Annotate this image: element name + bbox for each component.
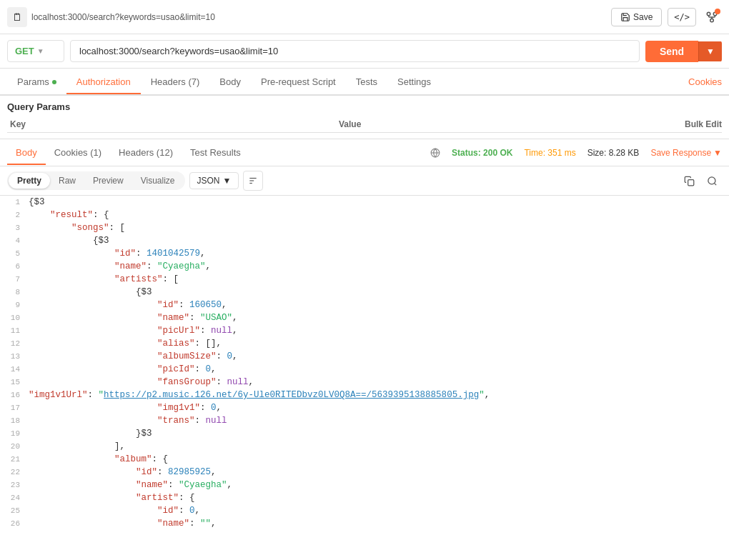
line-number: 11	[0, 324, 29, 337]
line-number: 4	[0, 234, 29, 247]
resp-tab-body[interactable]: Body	[7, 141, 46, 165]
params-header: Key Value Bulk Edit	[7, 116, 722, 133]
format-arrow-icon: ▼	[223, 176, 232, 186]
tab-tests-label: Tests	[356, 76, 377, 87]
table-row: 24 "artist": {	[0, 491, 729, 504]
url-input[interactable]	[70, 40, 640, 62]
line-content: "id": 0,	[29, 504, 729, 517]
send-button[interactable]: Send	[645, 41, 698, 62]
table-row: 2 "result": {	[0, 209, 729, 221]
line-content: "img1v1": 0,	[29, 401, 729, 414]
line-content: "name": "",	[29, 517, 729, 530]
save-response-button[interactable]: Save Response ▼	[650, 148, 722, 158]
status-code: Status: 200 OK	[452, 148, 512, 158]
resp-tab-test-results-label: Test Results	[190, 147, 241, 158]
code-view[interactable]: 1{$32 "result": {3 "songs": [4 {$35 "id"…	[0, 196, 729, 546]
search-icon	[707, 176, 718, 186]
filter-button[interactable]	[243, 171, 263, 191]
line-content: "artist": {	[29, 491, 729, 504]
table-row: 4 {$3	[0, 234, 729, 247]
tab-body-label: Body	[219, 76, 241, 87]
view-btn-group: Pretty Raw Preview Visualize	[7, 171, 185, 190]
tab-settings[interactable]: Settings	[387, 71, 441, 93]
app-logo: 🗒 localhost:3000/search?keywords=usao&li…	[7, 7, 215, 27]
tab-params[interactable]: Params	[7, 71, 66, 93]
response-tabs: Body Cookies (1) Headers (12) Test Resul…	[0, 139, 729, 166]
line-number: 20	[0, 440, 29, 453]
request-bar: GET ▼ Send ▼	[0, 34, 729, 69]
cookies-button[interactable]: Cookies	[688, 76, 722, 87]
code-button[interactable]: </>	[668, 8, 696, 26]
resp-tab-test-results[interactable]: Test Results	[182, 141, 249, 164]
line-number: 18	[0, 414, 29, 427]
line-content: {$3	[29, 286, 729, 299]
save-icon	[620, 12, 630, 22]
table-row: 11 "picUrl": null,	[0, 324, 729, 337]
line-content: "img1v1Url": "https://p2.music.126.net/6…	[29, 389, 729, 401]
search-button[interactable]	[702, 171, 722, 191]
table-row: 6 "name": "Cyaegha",	[0, 260, 729, 273]
table-row: 5 "id": 1401042579,	[0, 247, 729, 260]
format-selector[interactable]: JSON ▼	[189, 172, 239, 189]
tab-prerequest[interactable]: Pre-request Script	[251, 71, 346, 93]
line-number: 16	[0, 389, 29, 401]
resp-tab-headers[interactable]: Headers (12)	[110, 141, 182, 164]
line-number: 19	[0, 427, 29, 440]
table-row: 26 "name": "",	[0, 517, 729, 530]
line-content: "result": {	[29, 209, 729, 221]
tab-params-label: Params	[17, 76, 49, 87]
line-content: "picUrl": null,	[29, 324, 729, 337]
tab-tests[interactable]: Tests	[346, 71, 387, 93]
save-response-chevron: ▼	[713, 148, 722, 158]
line-number: 5	[0, 247, 29, 260]
line-number: 8	[0, 286, 29, 299]
line-number: 21	[0, 453, 29, 466]
tab-authorization[interactable]: Authorization	[66, 71, 141, 94]
save-response-label: Save Response	[650, 148, 711, 158]
request-tabs: Params Authorization Headers (7) Body Pr…	[0, 69, 729, 96]
line-number: 1	[0, 196, 29, 209]
line-content: "name": "Cyaegha",	[29, 479, 729, 491]
table-row: 21 "album": {	[0, 453, 729, 466]
response-status-bar: Status: 200 OK Time: 351 ms Size: 8.28 K…	[430, 148, 722, 158]
svg-line-11	[714, 183, 716, 185]
line-number: 9	[0, 299, 29, 311]
table-row: 1{$3	[0, 196, 729, 209]
table-row: 15 "fansGroup": null,	[0, 376, 729, 389]
save-button[interactable]: Save	[611, 8, 662, 26]
col-bulk-header[interactable]: Bulk Edit	[665, 119, 722, 129]
logo-icon: 🗒	[7, 7, 27, 27]
line-content: "id": 82985925,	[29, 466, 729, 479]
fork-notification-dot	[715, 9, 720, 14]
top-bar: 🗒 localhost:3000/search?keywords=usao&li…	[0, 0, 729, 34]
tab-headers[interactable]: Headers (7)	[141, 71, 210, 93]
resp-tab-cookies[interactable]: Cookies (1)	[46, 141, 110, 164]
line-content: "name": "USAO",	[29, 311, 729, 324]
view-visualize-button[interactable]: Visualize	[132, 173, 184, 189]
line-number: 7	[0, 273, 29, 286]
table-row: 22 "id": 82985925,	[0, 466, 729, 479]
line-number: 13	[0, 350, 29, 363]
table-row: 18 "trans": null	[0, 414, 729, 427]
view-raw-button[interactable]: Raw	[50, 173, 84, 189]
copy-button[interactable]	[679, 171, 699, 191]
view-preview-button[interactable]: Preview	[84, 173, 132, 189]
save-label: Save	[633, 12, 653, 22]
top-bar-actions: Save </>	[611, 7, 722, 27]
view-pretty-button[interactable]: Pretty	[9, 173, 50, 189]
tab-body[interactable]: Body	[209, 71, 251, 93]
table-row: 19 }$3	[0, 427, 729, 440]
line-content: "picId": 0,	[29, 363, 729, 376]
method-selector[interactable]: GET ▼	[7, 40, 64, 62]
table-row: 10 "name": "USAO",	[0, 311, 729, 324]
send-dropdown-button[interactable]: ▼	[698, 41, 722, 61]
line-content: "fansGroup": null,	[29, 376, 729, 389]
table-row: 8 {$3	[0, 286, 729, 299]
tab-settings-label: Settings	[397, 76, 431, 87]
fork-button[interactable]	[702, 7, 722, 27]
url-link[interactable]: https://p2.music.126.net/6y-Ule0RITEDbvz…	[104, 390, 479, 400]
tab-prerequest-label: Pre-request Script	[261, 76, 336, 87]
resp-tab-cookies-label: Cookies (1)	[54, 147, 101, 158]
response-toolbar: Pretty Raw Preview Visualize JSON ▼	[0, 166, 729, 196]
query-params-label: Query Params	[7, 101, 722, 112]
